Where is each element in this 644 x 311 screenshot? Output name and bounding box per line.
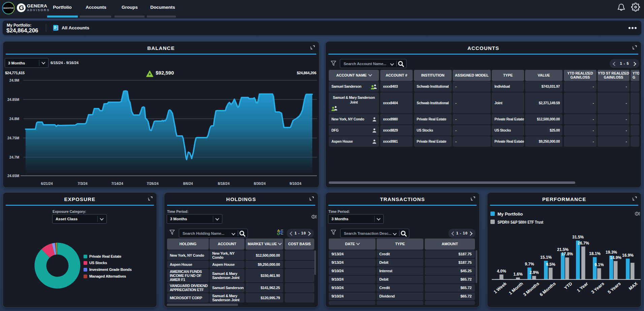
svg-text:INVESTOR: INVESTOR <box>3 7 14 9</box>
